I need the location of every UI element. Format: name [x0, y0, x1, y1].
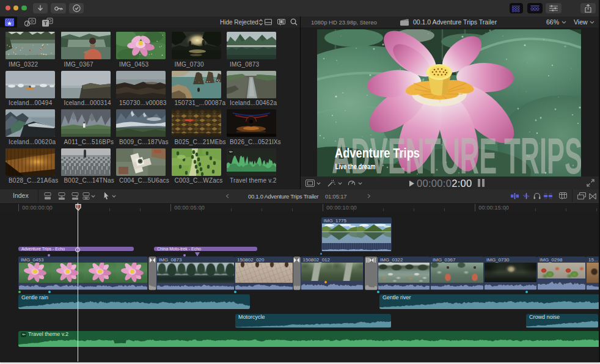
svg-text:T: T [44, 20, 48, 26]
svg-text:Adventure Trips: Adventure Trips [335, 146, 420, 161]
svg-text:Live the dream: Live the dream [335, 162, 376, 171]
